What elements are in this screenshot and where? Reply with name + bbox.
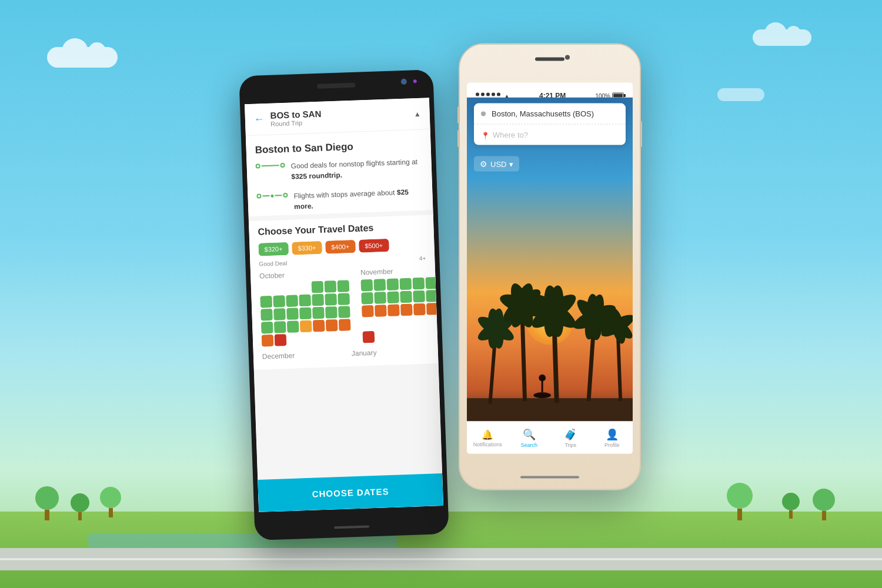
phones-container: ← BOS to SAN Round Trip ▲ Boston to San … bbox=[241, 44, 641, 526]
location-pin-icon: 📍 bbox=[481, 131, 487, 138]
to-placeholder: Where to? bbox=[493, 131, 528, 139]
cloud-4 bbox=[717, 88, 764, 101]
home-indicator bbox=[520, 476, 579, 479]
road bbox=[0, 548, 882, 570]
tab-trips[interactable]: 🧳 Trips bbox=[550, 428, 592, 448]
ios-camera bbox=[565, 55, 570, 60]
header-subtitle: Round Trip bbox=[270, 119, 322, 128]
from-dot bbox=[481, 111, 486, 116]
badge-yellow: $330+ bbox=[292, 241, 322, 255]
svg-point-27 bbox=[539, 375, 546, 382]
android-speaker bbox=[317, 83, 355, 89]
back-arrow[interactable]: ← bbox=[254, 113, 265, 126]
svg-point-25 bbox=[533, 392, 551, 398]
january-label: January bbox=[352, 347, 429, 358]
ios-phone: ▲ 4:21 PM 100% bbox=[459, 44, 641, 490]
calendar-section: Choose Your Travel Dates $320+ $330+ $40… bbox=[249, 215, 439, 370]
trips-label: Trips bbox=[564, 442, 576, 448]
cloud-2 bbox=[753, 29, 811, 46]
tree-right-2 bbox=[782, 493, 800, 519]
ios-screen: ▲ 4:21 PM 100% bbox=[467, 83, 633, 454]
tree-left-3 bbox=[100, 487, 121, 517]
ios-search-box[interactable]: Boston, Massachusetts (BOS) 📍 Where to? bbox=[474, 103, 626, 145]
palm-trees-svg bbox=[467, 269, 633, 422]
android-screen: ← BOS to SAN Round Trip ▲ Boston to San … bbox=[245, 98, 443, 512]
android-app: ← BOS to SAN Round Trip ▲ Boston to San … bbox=[245, 98, 443, 512]
tree-left-1 bbox=[35, 486, 59, 520]
android-camera bbox=[401, 79, 407, 85]
chevron-down-icon: ▾ bbox=[509, 159, 513, 168]
gear-icon: ⚙ bbox=[480, 159, 487, 169]
trips-icon: 🧳 bbox=[564, 428, 577, 441]
month-labels-bottom: December January bbox=[262, 347, 429, 364]
notifications-label: Notifications bbox=[473, 441, 502, 447]
android-phone: ← BOS to SAN Round Trip ▲ Boston to San … bbox=[239, 69, 449, 540]
tab-search[interactable]: 🔍 Search bbox=[509, 428, 550, 448]
currency-selector[interactable]: ⚙ USD ▾ bbox=[474, 156, 519, 172]
header-title: BOS to SAN bbox=[270, 109, 321, 121]
tab-notifications[interactable]: 🔔 Notifications bbox=[467, 429, 509, 447]
cal-october: October bbox=[259, 269, 351, 346]
ios-vol-down bbox=[457, 130, 460, 148]
from-row: Boston, Massachusetts (BOS) bbox=[474, 103, 626, 125]
currency-label: USD bbox=[490, 159, 506, 168]
signal-icon: ▲ bbox=[414, 109, 421, 118]
deal-stops-text: Flights with stops average about $25 mor… bbox=[293, 186, 424, 212]
ios-tab-bar: 🔔 Notifications 🔍 Search 🧳 Trips 👤 Profi… bbox=[467, 422, 633, 454]
from-value: Boston, Massachusetts (BOS) bbox=[492, 109, 594, 118]
ios-side-button bbox=[640, 121, 642, 148]
badge-orange: $400+ bbox=[325, 240, 356, 254]
choose-dates-btn[interactable]: CHOOSE DATES bbox=[258, 473, 443, 512]
tree-right-1 bbox=[813, 489, 835, 520]
stops-flight-icon bbox=[256, 193, 288, 199]
ios-vol-up bbox=[457, 106, 460, 124]
badge-green: $320+ bbox=[258, 242, 289, 256]
direct-flight-icon bbox=[256, 163, 285, 169]
legend-count: 4+ bbox=[419, 255, 426, 262]
tree-right-3 bbox=[727, 483, 753, 520]
to-row[interactable]: 📍 Where to? bbox=[474, 125, 626, 145]
badge-red: $500+ bbox=[359, 239, 389, 253]
november-grid bbox=[361, 276, 443, 343]
notifications-icon: 🔔 bbox=[482, 429, 493, 440]
ios-app-content: Boston, Massachusetts (BOS) 📍 Where to? … bbox=[467, 98, 633, 422]
search-icon: 🔍 bbox=[523, 428, 536, 441]
price-legend: $320+ $330+ $400+ $500+ bbox=[258, 238, 426, 256]
cal-november: November bbox=[360, 265, 443, 343]
search-label: Search bbox=[520, 442, 537, 448]
tab-profile[interactable]: 👤 Profile bbox=[592, 428, 633, 448]
legend-good-deal: Good Deal bbox=[259, 260, 287, 268]
october-grid bbox=[260, 280, 352, 346]
calendar-title: Choose Your Travel Dates bbox=[258, 221, 425, 238]
android-led bbox=[413, 79, 417, 83]
android-bottom-bar bbox=[334, 525, 369, 529]
calendar-months: October bbox=[259, 266, 429, 347]
profile-icon: 👤 bbox=[606, 428, 619, 441]
december-label: December bbox=[262, 350, 340, 361]
road-line bbox=[0, 559, 882, 560]
deal-direct-text: Good deals for nonstop flights starting … bbox=[290, 156, 423, 182]
android-card: Boston to San Diego Good deals for nonst… bbox=[246, 129, 433, 216]
tree-left-2 bbox=[71, 493, 89, 520]
deal-direct: Good deals for nonstop flights starting … bbox=[246, 153, 432, 186]
ios-speaker bbox=[535, 58, 564, 61]
cloud-1 bbox=[47, 47, 118, 68]
ios-scene-bg bbox=[467, 98, 633, 422]
profile-label: Profile bbox=[604, 442, 620, 448]
